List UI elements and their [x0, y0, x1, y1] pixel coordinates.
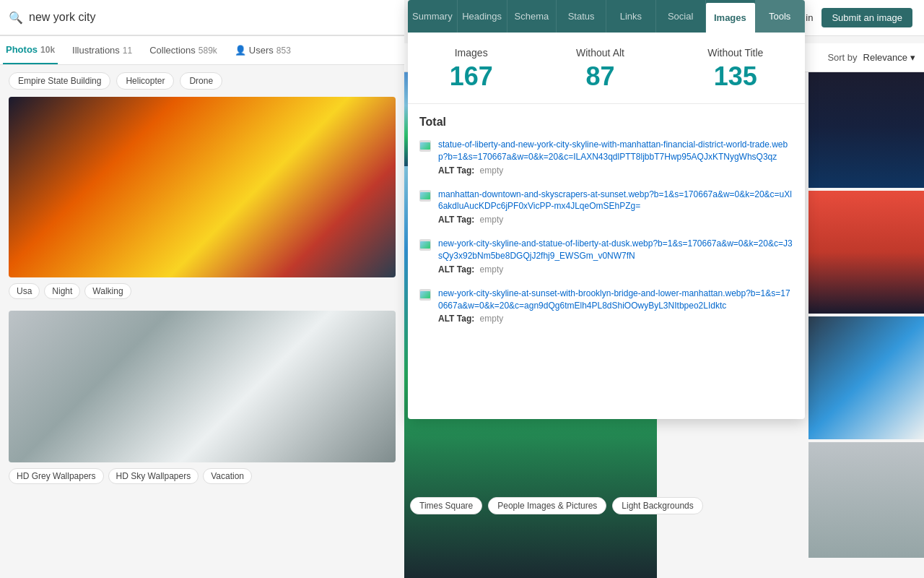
right-image-col2-2[interactable] [808, 191, 924, 314]
tab-users-icon: 👤 [235, 45, 246, 56]
stat-images: Images 167 [450, 47, 493, 92]
tab-users-label: Users [249, 45, 274, 56]
image-grid: Usa Night Walking HD Grey Wallpapers HD … [0, 97, 404, 484]
image-details-1: statue-of-liberty-and-new-york-city-skyl… [438, 139, 793, 176]
stat-without-title: Without Title 135 [707, 47, 763, 92]
image-item-4: new-york-city-skyline-at-sunset-with-bro… [419, 288, 793, 324]
tab-users[interactable]: 👤 Users 853 [232, 36, 294, 64]
image-alt-2: ALT Tag: empty [438, 215, 793, 225]
search-bar: 🔍 [0, 0, 404, 36]
stat-without-title-label: Without Title [707, 47, 763, 59]
filter-tags: Empire State Building Helicopter Drone [0, 65, 404, 97]
alt-tag-value-3: empty [480, 264, 504, 275]
panel-nav-status[interactable]: Status [557, 0, 606, 33]
stat-images-value: 167 [450, 61, 493, 92]
tab-photos-label: Photos [6, 44, 38, 55]
stat-images-label: Images [450, 47, 493, 59]
overlay-panel: Summary Headings Schema Status Links Soc… [408, 0, 805, 419]
alt-tag-value-4: empty [480, 314, 504, 324]
chevron-down-icon: ▾ [910, 52, 915, 63]
image-thumb-3 [419, 239, 431, 251]
panel-nav-images[interactable]: Images [706, 3, 756, 33]
tab-users-count: 853 [276, 46, 291, 56]
image-link-2[interactable]: manhattan-downtown-and-skyscrapers-at-su… [438, 189, 793, 213]
image-item-1: statue-of-liberty-and-new-york-city-skyl… [419, 139, 793, 176]
right-image-col2-3[interactable] [808, 316, 924, 439]
right-image-col2-4[interactable] [808, 442, 924, 558]
tag-vacation[interactable]: Vacation [203, 468, 252, 484]
tab-collections-label: Collections [149, 45, 196, 56]
tag-hd-grey[interactable]: HD Grey Wallpapers [9, 468, 104, 484]
image-thumb-4 [419, 289, 431, 301]
tab-illustrations-label: Illustrations [72, 45, 120, 56]
panel-section-title: Total [419, 116, 793, 129]
panel-nav: Summary Headings Schema Status Links Soc… [408, 0, 805, 33]
image-thumb-1 [419, 140, 431, 152]
submit-image-button[interactable]: Submit an image [821, 8, 912, 27]
alt-tag-label-3: ALT Tag: [438, 264, 474, 275]
tag-light-backgrounds[interactable]: Light Backgrounds [612, 497, 702, 514]
tag-empire-state[interactable]: Empire State Building [9, 72, 110, 90]
image-link-3[interactable]: new-york-city-skyline-and-statue-of-libe… [438, 238, 793, 262]
image-card-2: HD Grey Wallpapers HD Sky Wallpapers Vac… [9, 311, 396, 484]
sort-value: Relevance [863, 52, 907, 63]
tab-collections-count: 589k [199, 46, 217, 56]
panel-nav-links[interactable]: Links [606, 0, 656, 33]
image-tags-1: Usa Night Walking [9, 277, 396, 299]
tab-collections[interactable]: Collections 589k [147, 36, 220, 64]
image-item-2: manhattan-downtown-and-skyscrapers-at-su… [419, 189, 793, 225]
panel-nav-headings[interactable]: Headings [458, 0, 507, 33]
panel-nav-summary[interactable]: Summary [408, 0, 458, 33]
right-col-2 [808, 65, 924, 578]
alt-tag-label-4: ALT Tag: [438, 314, 474, 324]
stat-without-title-value: 135 [707, 61, 763, 92]
stat-without-alt: Without Alt 87 [576, 47, 624, 92]
tab-illustrations-count: 11 [123, 46, 132, 56]
panel-nav-tools[interactable]: Tools [755, 0, 805, 33]
image-details-4: new-york-city-skyline-at-sunset-with-bro… [438, 288, 793, 324]
image-thumbnail-2[interactable] [9, 311, 396, 462]
panel-nav-schema[interactable]: Schema [507, 0, 557, 33]
tag-night[interactable]: Night [44, 283, 80, 299]
image-item-3: new-york-city-skyline-and-statue-of-libe… [419, 238, 793, 275]
tag-helicopter[interactable]: Helicopter [116, 72, 174, 90]
image-alt-4: ALT Tag: empty [438, 314, 793, 324]
alt-tag-value-1: empty [480, 165, 504, 176]
main-content: Empire State Building Helicopter Drone U… [0, 65, 404, 578]
tag-hd-sky[interactable]: HD Sky Wallpapers [108, 468, 199, 484]
tab-photos[interactable]: Photos 10k [3, 36, 58, 64]
tag-people-images[interactable]: People Images & Pictures [488, 497, 606, 514]
alt-tag-value-2: empty [480, 215, 504, 225]
image-link-1[interactable]: statue-of-liberty-and-new-york-city-skyl… [438, 139, 793, 163]
image-details-2: manhattan-downtown-and-skyscrapers-at-su… [438, 189, 793, 225]
stat-without-alt-value: 87 [576, 61, 624, 92]
image-tags-2: HD Grey Wallpapers HD Sky Wallpapers Vac… [9, 462, 396, 484]
alt-tag-label-1: ALT Tag: [438, 165, 474, 176]
nav-tabs: Photos 10k Illustrations 11 Collections … [0, 36, 404, 65]
image-alt-1: ALT Tag: empty [438, 165, 793, 176]
panel-nav-social[interactable]: Social [656, 0, 706, 33]
sort-label: Sort by [827, 52, 857, 63]
panel-stats: Images 167 Without Alt 87 Without Title … [408, 33, 805, 104]
right-image-col2-1[interactable] [808, 65, 924, 188]
panel-body: Total statue-of-liberty-and-new-york-cit… [408, 104, 805, 348]
image-alt-3: ALT Tag: empty [438, 264, 793, 275]
tab-photos-count: 10k [40, 45, 55, 55]
tag-times-square[interactable]: Times Square [410, 497, 482, 514]
bottom-tags: Times Square People Images & Pictures Li… [404, 491, 709, 520]
tag-walking[interactable]: Walking [84, 283, 131, 299]
search-input[interactable] [29, 11, 396, 24]
tab-illustrations[interactable]: Illustrations 11 [69, 36, 135, 64]
image-thumb-2 [419, 190, 431, 202]
tag-drone[interactable]: Drone [180, 72, 222, 90]
stat-without-alt-label: Without Alt [576, 47, 624, 59]
search-icon: 🔍 [9, 11, 23, 25]
image-card-1: Usa Night Walking [9, 97, 396, 299]
alt-tag-label-2: ALT Tag: [438, 215, 474, 225]
tag-usa[interactable]: Usa [9, 283, 40, 299]
sort-select[interactable]: Relevance ▾ [863, 52, 915, 63]
image-thumbnail-1[interactable] [9, 97, 396, 277]
image-details-3: new-york-city-skyline-and-statue-of-libe… [438, 238, 793, 275]
image-link-4[interactable]: new-york-city-skyline-at-sunset-with-bro… [438, 288, 793, 312]
